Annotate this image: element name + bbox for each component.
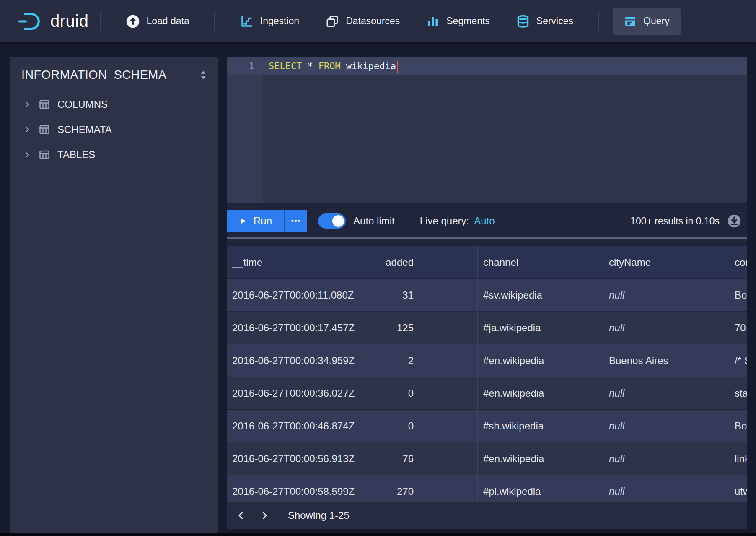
pagination-status: Showing 1-25 bbox=[288, 510, 350, 521]
schema-item-tables[interactable]: TABLES bbox=[10, 142, 218, 167]
home-link[interactable]: druid bbox=[18, 11, 88, 31]
results-panel: __time added channel cityName com 2016-0… bbox=[227, 246, 747, 502]
cell-channel[interactable]: #en.wikipedia bbox=[478, 344, 603, 377]
cell-time[interactable]: 2016-06-27T00:00:36.027Z bbox=[227, 377, 376, 410]
results-summary: 100+ results in 0.10s bbox=[630, 216, 720, 227]
cell-channel[interactable]: #en.wikipedia bbox=[478, 377, 603, 410]
sql-editor[interactable]: 1 SELECT*FROMwikipedia bbox=[227, 57, 747, 203]
sql-keyword: FROM bbox=[318, 57, 341, 75]
table-row: 2016-06-27T00:00:36.027Z 0 #en.wikipedia… bbox=[227, 377, 747, 410]
schema-item-label: SCHEMATA bbox=[57, 124, 112, 135]
cell-cityname[interactable]: null bbox=[603, 377, 729, 410]
cell-time[interactable]: 2016-06-27T00:00:11.080Z bbox=[227, 279, 376, 312]
cell-added[interactable]: 31 bbox=[376, 279, 478, 312]
run-button[interactable]: Run bbox=[227, 210, 284, 232]
nav-item-segments[interactable]: Segments bbox=[415, 8, 501, 35]
table-row: 2016-06-27T00:00:17.457Z 125 #ja.wikiped… bbox=[227, 312, 747, 344]
schema-item-columns[interactable]: COLUMNS bbox=[10, 92, 218, 117]
topbar-divider bbox=[100, 12, 101, 31]
cell-cityname[interactable]: null bbox=[603, 442, 729, 475]
column-header-added[interactable]: added bbox=[376, 246, 478, 279]
cell-time[interactable]: 2016-06-27T00:00:46.874Z bbox=[227, 410, 376, 442]
nav-item-datasources[interactable]: Datasources bbox=[314, 8, 411, 35]
nav-item-label: Ingestion bbox=[260, 16, 299, 27]
live-query-value[interactable]: Auto bbox=[474, 215, 495, 227]
cell-cityname[interactable]: null bbox=[603, 279, 729, 312]
live-query-label: Live query: bbox=[420, 215, 469, 227]
auto-limit-label: Auto limit bbox=[353, 215, 395, 227]
prev-page-button[interactable] bbox=[233, 507, 249, 524]
cell-added[interactable]: 125 bbox=[376, 312, 478, 344]
column-header-channel[interactable]: channel bbox=[478, 246, 603, 279]
sql-line: SELECT*FROMwikipedia bbox=[263, 57, 398, 75]
schema-tree: COLUMNS SCHEMATA bbox=[10, 92, 218, 167]
horizontal-scrollbar[interactable] bbox=[227, 237, 747, 239]
cell-comment[interactable]: /* S bbox=[729, 344, 747, 377]
brand-text: druid bbox=[50, 12, 88, 31]
nav-item-load-data[interactable]: Load data bbox=[115, 8, 200, 35]
nav-item-services[interactable]: Services bbox=[505, 8, 584, 35]
cell-added[interactable]: 2 bbox=[376, 344, 478, 377]
cell-cityname[interactable]: null bbox=[603, 410, 729, 442]
table-header-row: __time added channel cityName com bbox=[227, 246, 747, 279]
run-controls: Run ••• Auto limit Live query: Auto 100+… bbox=[227, 210, 747, 232]
cell-time[interactable]: 2016-06-27T00:00:34.959Z bbox=[227, 344, 376, 377]
schema-item-schemata[interactable]: SCHEMATA bbox=[10, 117, 218, 142]
table-icon bbox=[39, 99, 50, 110]
column-header-time[interactable]: __time bbox=[227, 246, 376, 279]
results-summary-group: 100+ results in 0.10s bbox=[630, 214, 747, 228]
next-page-button[interactable] bbox=[256, 507, 273, 524]
run-bar: Run ••• Auto limit Live query: Auto 100+… bbox=[227, 203, 747, 246]
cell-channel[interactable]: #sv.wikipedia bbox=[478, 279, 603, 312]
cell-channel[interactable]: #en.wikipedia bbox=[478, 442, 603, 475]
column-header-comment[interactable]: com bbox=[729, 246, 747, 279]
toggle-knob bbox=[332, 215, 344, 227]
download-button[interactable] bbox=[727, 214, 741, 228]
nav-item-label: Load data bbox=[146, 16, 189, 27]
query-icon bbox=[624, 15, 637, 28]
cell-time[interactable]: 2016-06-27T00:00:17.457Z bbox=[227, 312, 376, 344]
main-nav: Load data Ingestion Datasources bbox=[113, 8, 682, 35]
chevron-right-icon bbox=[23, 125, 31, 134]
nav-item-query[interactable]: Query bbox=[613, 8, 681, 35]
topbar: druid Load data Ingestion bbox=[0, 0, 756, 42]
chevron-left-icon bbox=[236, 510, 246, 520]
cell-channel[interactable]: #ja.wikipedia bbox=[478, 312, 603, 344]
run-more-button[interactable]: ••• bbox=[284, 210, 307, 232]
schema-selector[interactable]: INFORMATION_SCHEMA bbox=[10, 57, 218, 85]
column-header-cityname[interactable]: cityName bbox=[603, 246, 729, 279]
cell-comment[interactable]: Bo bbox=[729, 279, 747, 312]
play-icon bbox=[238, 216, 248, 226]
double-caret-icon bbox=[198, 70, 209, 81]
more-icon: ••• bbox=[291, 216, 301, 226]
sql-star: * bbox=[307, 57, 313, 75]
cell-channel[interactable]: #pl.wikipedia bbox=[478, 475, 603, 502]
cell-added[interactable]: 270 bbox=[376, 475, 478, 502]
auto-limit-toggle[interactable] bbox=[318, 213, 346, 229]
nav-item-label: Segments bbox=[446, 16, 490, 27]
cell-cityname[interactable]: Buenos Aires bbox=[603, 344, 729, 377]
cell-cityname[interactable]: null bbox=[603, 312, 729, 344]
cell-comment[interactable]: 70. bbox=[729, 312, 747, 344]
cell-comment[interactable]: link bbox=[729, 442, 747, 475]
cell-cityname[interactable]: null bbox=[603, 475, 729, 502]
cell-time[interactable]: 2016-06-27T00:00:56.913Z bbox=[227, 442, 376, 475]
table-row: 2016-06-27T00:00:58.599Z 270 #pl.wikiped… bbox=[227, 475, 747, 502]
cell-time[interactable]: 2016-06-27T00:00:58.599Z bbox=[227, 475, 376, 502]
cell-comment[interactable]: Bo bbox=[729, 410, 747, 442]
cell-added[interactable]: 0 bbox=[376, 410, 478, 442]
nav-item-label: Query bbox=[643, 16, 670, 27]
cell-channel[interactable]: #sh.wikipedia bbox=[478, 410, 603, 442]
nav-item-ingestion[interactable]: Ingestion bbox=[229, 8, 310, 35]
results-table: __time added channel cityName com 2016-0… bbox=[227, 246, 747, 502]
sql-keyword: SELECT bbox=[269, 57, 302, 75]
cell-comment[interactable]: utw bbox=[729, 475, 747, 502]
topbar-divider bbox=[214, 12, 215, 31]
cell-added[interactable]: 76 bbox=[376, 442, 478, 475]
schema-item-label: COLUMNS bbox=[57, 99, 108, 110]
run-button-label: Run bbox=[254, 215, 272, 227]
cell-comment[interactable]: sta bbox=[729, 377, 747, 410]
upload-icon bbox=[126, 14, 140, 29]
cell-added[interactable]: 0 bbox=[376, 377, 478, 410]
sql-table-name: wikipedia bbox=[346, 57, 396, 75]
